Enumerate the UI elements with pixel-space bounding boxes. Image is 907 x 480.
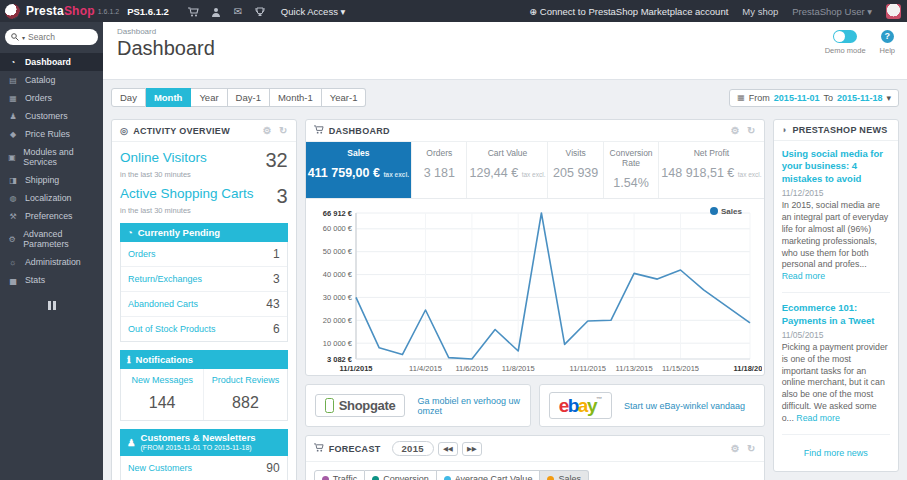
mail-icon[interactable]: ✉: [227, 6, 249, 17]
forecast-next-button[interactable]: ▶▶: [462, 442, 482, 456]
panel-settings-icon[interactable]: ⚙: [263, 125, 272, 136]
read-more-link[interactable]: Read more: [782, 271, 826, 281]
panel-refresh-icon[interactable]: ↻: [747, 443, 756, 454]
find-more-news-link[interactable]: Find more news: [782, 444, 890, 464]
range-year-button[interactable]: Year: [191, 88, 227, 107]
kpi-net-profit[interactable]: Net Profit148 918,51 € tax excl.: [659, 142, 763, 198]
ebay-link[interactable]: Start uw eBay-winkel vandaag: [624, 401, 745, 411]
svg-text:10 000 €: 10 000 €: [322, 339, 352, 348]
kpi-sales[interactable]: Sales411 759,00 € tax excl.: [306, 142, 412, 198]
new-customers-row[interactable]: New Customers90: [121, 456, 287, 480]
range-month-1-button[interactable]: Month-1: [270, 88, 322, 107]
kpi-cart-value[interactable]: Cart Value129,44 € tax excl.: [467, 142, 548, 198]
forecast-prev-button[interactable]: ◀◀: [438, 442, 458, 456]
svg-text:20 000 €: 20 000 €: [322, 316, 352, 325]
forecast-toggle-conversion[interactable]: Conversion: [365, 470, 437, 480]
range-month-button[interactable]: Month: [146, 88, 192, 107]
my-shop-link[interactable]: My shop: [742, 6, 778, 17]
sidebar-item-stats[interactable]: ▅Stats: [0, 271, 103, 289]
traffic-dot-icon: [322, 476, 329, 480]
main-content: Day Month Year Day-1 Month-1 Year-1 ▦ Fr…: [103, 80, 907, 480]
forecast-toggle-sales[interactable]: Sales: [540, 470, 589, 480]
news-article-title[interactable]: Ecommerce 101: Payments in a Tweet: [782, 302, 890, 327]
svg-text:30 000 €: 30 000 €: [322, 293, 352, 302]
quick-access-menu[interactable]: Quick Access ▾: [281, 6, 345, 17]
help-icon[interactable]: ?: [881, 30, 894, 43]
trophy-icon[interactable]: [249, 5, 271, 16]
read-more-link[interactable]: Read more: [796, 413, 840, 423]
user-avatar[interactable]: [886, 4, 901, 19]
date-filter-bar: Day Month Year Day-1 Month-1 Year-1 ▦ Fr…: [111, 88, 899, 107]
news-article: Using social media for your business: 4 …: [782, 148, 890, 293]
user-icon[interactable]: [205, 5, 227, 16]
sidebar-item-price-rules[interactable]: ◆Price Rules: [0, 125, 103, 143]
abandoned-carts-row[interactable]: Abandoned Carts43: [121, 292, 287, 317]
conversion-dot-icon: [372, 476, 379, 480]
svg-text:60 000 €: 60 000 €: [322, 224, 352, 233]
svg-text:11/11/2015: 11/11/2015: [569, 364, 605, 373]
product-reviews-cell[interactable]: Product Reviews882: [203, 369, 286, 420]
range-day-button[interactable]: Day: [111, 88, 146, 107]
version-small: 1.6.1.2: [98, 8, 119, 15]
shopgate-logo: Shopgate: [315, 394, 406, 417]
search-scope-caret-icon[interactable]: ▾: [22, 34, 25, 41]
svg-text:11/1/2015: 11/1/2015: [339, 364, 372, 373]
kpi-orders[interactable]: Orders3 181: [412, 142, 467, 198]
cart-icon[interactable]: [183, 5, 205, 16]
forecast-toggle-average-cart-value[interactable]: Average Cart Value: [437, 470, 541, 480]
panel-settings-icon[interactable]: ⚙: [731, 443, 740, 454]
sidebar-item-preferences[interactable]: ⚒Preferences: [0, 207, 103, 225]
brand-name: PrestaShop: [26, 4, 95, 18]
demo-mode-toggle[interactable]: [833, 30, 857, 43]
collapse-sidebar-button[interactable]: [46, 301, 58, 310]
connect-marketplace-link[interactable]: ⊕ Connect to PrestaShop Marketplace acco…: [529, 6, 728, 17]
sidebar-item-shipping[interactable]: ◨Shipping: [0, 171, 103, 189]
kpi-conversion-rate[interactable]: Conversion Rate1.54%: [604, 142, 659, 198]
sidebar-item-dashboard[interactable]: ◔Dashboard: [0, 53, 103, 71]
customers-icon: ♟: [8, 112, 18, 121]
shopgate-link[interactable]: Ga mobiel en verhoog uw omzet: [417, 396, 520, 416]
chevron-down-icon: ▾: [867, 6, 872, 17]
sidebar-item-catalog[interactable]: ▤Catalog: [0, 71, 103, 89]
forecast-year[interactable]: 2015: [392, 441, 434, 456]
panel-refresh-icon[interactable]: ↻: [747, 125, 756, 136]
date-range-picker[interactable]: ▦ From2015-11-01 To2015-11-18 ▾: [729, 89, 899, 107]
sidebar-item-advanced-parameters[interactable]: ⚙Advanced Parameters: [0, 225, 103, 253]
news-panel-title: PRESTASHOP NEWS: [792, 125, 887, 135]
svg-text:3 082 €: 3 082 €: [327, 355, 353, 364]
forecast-toggle-traffic[interactable]: Traffic: [314, 470, 366, 480]
svg-text:Sales: Sales: [721, 207, 742, 216]
demo-mode-label: Demo mode: [825, 46, 866, 55]
new-messages-cell[interactable]: New Messages144: [121, 369, 203, 420]
panel-settings-icon[interactable]: ⚙: [731, 125, 740, 136]
out-of-stock-row[interactable]: Out of Stock Products6: [121, 317, 287, 341]
user-menu[interactable]: PrestaShop User ▾: [792, 6, 872, 17]
sidebar-item-administration[interactable]: ☼Administration: [0, 253, 103, 271]
sidebar-item-localization[interactable]: ◍Localization: [0, 189, 103, 207]
dashboard-icon: ◔: [8, 58, 18, 67]
sidebar-search[interactable]: ▾: [5, 29, 98, 45]
search-input[interactable]: [28, 32, 82, 42]
kpi-visits[interactable]: Visits205 939: [548, 142, 603, 198]
news-article: Ecommerce 101: Payments in a Tweet 11/05…: [782, 302, 890, 435]
page-header: Dashboard Dashboard Demo mode ? Help: [103, 22, 907, 80]
pending-orders-row[interactable]: Orders1: [121, 242, 287, 267]
sidebar-item-modules[interactable]: ▣Modules and Services: [0, 143, 103, 171]
range-day-1-button[interactable]: Day-1: [228, 88, 270, 107]
range-year-1-button[interactable]: Year-1: [322, 88, 367, 107]
pending-returns-row[interactable]: Return/Exchanges3: [121, 267, 287, 292]
news-article-title[interactable]: Using social media for your business: 4 …: [782, 148, 890, 185]
breadcrumb: Dashboard: [117, 27, 893, 36]
activity-panel-title: ACTIVITY OVERVIEW: [133, 126, 230, 136]
phone-icon: [325, 398, 334, 413]
sidebar: ▾ ◔Dashboard ▤Catalog ▦Orders ♟Customers…: [0, 22, 103, 480]
online-visitors-link[interactable]: Online Visitors: [120, 150, 207, 165]
activity-overview-panel: ◎ ACTIVITY OVERVIEW ⚙↻ Online Visitors32…: [111, 119, 297, 480]
globe-icon: ◍: [8, 194, 18, 203]
search-icon: [11, 33, 19, 41]
sidebar-item-orders[interactable]: ▦Orders: [0, 89, 103, 107]
panel-refresh-icon[interactable]: ↻: [279, 125, 288, 136]
help-label: Help: [880, 46, 895, 55]
active-carts-link[interactable]: Active Shopping Carts: [120, 186, 254, 201]
sidebar-item-customers[interactable]: ♟Customers: [0, 107, 103, 125]
